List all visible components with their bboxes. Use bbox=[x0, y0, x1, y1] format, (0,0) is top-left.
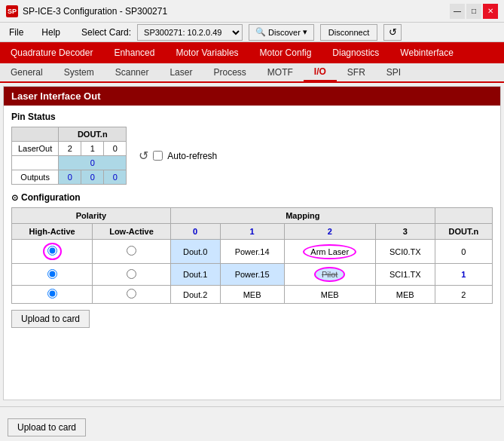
select-card-label: Select Card: bbox=[81, 27, 131, 38]
col1-header: 1 bbox=[220, 224, 284, 240]
polarity-header: Polarity bbox=[12, 208, 171, 224]
config-header[interactable]: ⊙ Configuration bbox=[11, 192, 493, 203]
nav-tab-io[interactable]: I/O bbox=[304, 63, 337, 81]
pin-status-table: DOUT.n LaserOut 2 1 0 0 Outputs bbox=[11, 127, 127, 185]
nav-tab-general[interactable]: General bbox=[0, 63, 53, 81]
pin-col-2: 2 bbox=[59, 142, 81, 156]
col0-header: 0 bbox=[170, 224, 220, 240]
config-row-0: Dout.0 Power.14 Arm Laser SCI0.TX 0 bbox=[12, 240, 493, 264]
row2-col2[interactable]: MEB bbox=[284, 286, 375, 304]
pin-table-empty-header bbox=[12, 127, 59, 142]
app-icon: SP bbox=[6, 5, 18, 17]
row0-radio-circled bbox=[43, 243, 62, 260]
dout-header bbox=[435, 208, 492, 224]
nav-tab-motor-config[interactable]: Motor Config bbox=[249, 42, 322, 63]
row2-low-active-cell bbox=[93, 286, 171, 304]
upload-to-card-button-bottom[interactable]: Upload to card bbox=[8, 418, 86, 436]
row2-dout: 2 bbox=[435, 286, 492, 304]
row1-low-active-radio[interactable] bbox=[127, 269, 136, 279]
low-active-header: Low-Active bbox=[93, 224, 171, 240]
pin-table-label-laserout: LaserOut bbox=[12, 142, 59, 156]
pin-table-dout-header: DOUT.n bbox=[59, 127, 127, 142]
row1-col2[interactable]: Pilot bbox=[284, 264, 375, 286]
pin-table-label-outputs: Outputs bbox=[12, 170, 59, 185]
row1-pilot-circled: Pilot bbox=[314, 267, 345, 282]
row1-low-active-cell bbox=[93, 264, 171, 286]
auto-refresh-label: Auto-refresh bbox=[167, 151, 217, 161]
config-section: ⊙ Configuration Polarity Mapping High-Ac… bbox=[11, 192, 493, 328]
nav-row-2: General System Scanner Laser Process MOT… bbox=[0, 63, 504, 83]
config-row-1: Dout.1 Power.15 Pilot SCI1.TX 1 bbox=[12, 264, 493, 286]
row1-col1[interactable]: Power.15 bbox=[220, 264, 284, 286]
auto-refresh-checkbox[interactable] bbox=[153, 151, 163, 161]
pin-status-label: Pin Status bbox=[11, 112, 493, 122]
pin-output-2: 0 bbox=[104, 170, 127, 185]
pin-outputs-val: 0 bbox=[59, 156, 127, 170]
discover-label: Discover bbox=[268, 28, 301, 37]
discover-button[interactable]: 🔍 Discover ▾ bbox=[249, 24, 314, 41]
config-row-2: Dout.2 MEB MEB MEB 2 bbox=[12, 286, 493, 304]
nav-tab-quadrature-decoder[interactable]: Quadrature Decoder bbox=[0, 42, 103, 63]
row0-low-active-radio[interactable] bbox=[127, 246, 136, 256]
row2-col1[interactable]: MEB bbox=[220, 286, 284, 304]
config-label: Configuration bbox=[21, 192, 81, 203]
pin-output-0: 0 bbox=[59, 170, 81, 185]
nav-tab-diagnostics[interactable]: Diagnostics bbox=[322, 42, 389, 63]
nav-tab-motf[interactable]: MOTF bbox=[257, 63, 304, 81]
row1-high-active-cell bbox=[12, 264, 93, 286]
nav-tab-spi[interactable]: SPI bbox=[376, 63, 411, 81]
card-select[interactable]: SP300271: 10.2.0.49 bbox=[137, 24, 243, 41]
row1-col0[interactable]: Dout.1 bbox=[170, 264, 220, 286]
row0-arm-laser-circled: Arm Laser bbox=[303, 244, 356, 259]
row1-dout: 1 bbox=[435, 264, 492, 286]
nav-tab-process[interactable]: Process bbox=[203, 63, 256, 81]
nav-tab-sfr[interactable]: SFR bbox=[337, 63, 376, 81]
content-area: Pin Status DOUT.n LaserOut 2 1 0 bbox=[4, 106, 500, 334]
row0-col1[interactable]: Power.14 bbox=[220, 240, 284, 264]
pin-col-0: 0 bbox=[104, 142, 127, 156]
nav-tab-laser[interactable]: Laser bbox=[159, 63, 203, 81]
refresh-button[interactable]: ↺ bbox=[383, 24, 402, 41]
nav-row-1: Quadrature Decoder Enhanced Motor Variab… bbox=[0, 42, 504, 63]
row2-high-active-radio[interactable] bbox=[47, 289, 57, 299]
menu-bar: File Help Select Card: SP300271: 10.2.0.… bbox=[0, 23, 504, 42]
discover-dropdown-icon: ▾ bbox=[303, 27, 307, 37]
row2-low-active-radio[interactable] bbox=[127, 289, 136, 299]
close-button[interactable]: ✕ bbox=[483, 4, 498, 19]
toolbar: Select Card: SP300271: 10.2.0.49 🔍 Disco… bbox=[81, 24, 402, 41]
menu-file[interactable]: File bbox=[6, 26, 26, 39]
row0-col0[interactable]: Dout.0 bbox=[170, 240, 220, 264]
minimize-button[interactable]: — bbox=[450, 4, 465, 19]
config-table: Polarity Mapping High-Active Low-Active … bbox=[11, 207, 493, 304]
bottom-bar: Upload to card bbox=[0, 406, 504, 441]
nav-tab-motor-variables[interactable]: Motor Variables bbox=[165, 42, 249, 63]
section-header: Laser Interface Out bbox=[4, 87, 500, 106]
pin-output-1: 0 bbox=[81, 170, 104, 185]
nav-tab-system[interactable]: System bbox=[53, 63, 105, 81]
row0-col3[interactable]: SCI0.TX bbox=[375, 240, 435, 264]
nav-tab-scanner[interactable]: Scanner bbox=[105, 63, 160, 81]
row2-col3[interactable]: MEB bbox=[375, 286, 435, 304]
col2-header: 2 bbox=[284, 224, 375, 240]
row0-high-active-cell bbox=[12, 240, 93, 264]
refresh-spin-icon[interactable]: ↺ bbox=[139, 149, 148, 163]
row1-col3[interactable]: SCI1.TX bbox=[375, 264, 435, 286]
title-controls: — □ ✕ bbox=[450, 4, 498, 19]
col3-header: 3 bbox=[375, 224, 435, 240]
nav-tab-webinterface[interactable]: Webinterface bbox=[389, 42, 463, 63]
row0-high-active-radio[interactable] bbox=[47, 246, 57, 256]
high-active-header: High-Active bbox=[12, 224, 93, 240]
pin-col-1: 1 bbox=[81, 142, 104, 156]
disconnect-button[interactable]: Disconnect bbox=[320, 24, 377, 41]
menu-help[interactable]: Help bbox=[38, 26, 63, 39]
row1-high-active-radio[interactable] bbox=[47, 269, 57, 279]
window-title: SP-ICE-3 Configuration - SP300271 bbox=[23, 6, 167, 17]
upload-to-card-button-inner[interactable]: Upload to card bbox=[11, 310, 90, 328]
maximize-button[interactable]: □ bbox=[466, 4, 481, 19]
mapping-header: Mapping bbox=[170, 208, 435, 224]
row0-col2[interactable]: Arm Laser bbox=[284, 240, 375, 264]
row0-dout: 0 bbox=[435, 240, 492, 264]
config-arrow-icon: ⊙ bbox=[11, 193, 18, 203]
row2-col0[interactable]: Dout.2 bbox=[170, 286, 220, 304]
nav-tab-enhanced[interactable]: Enhanced bbox=[103, 42, 165, 63]
